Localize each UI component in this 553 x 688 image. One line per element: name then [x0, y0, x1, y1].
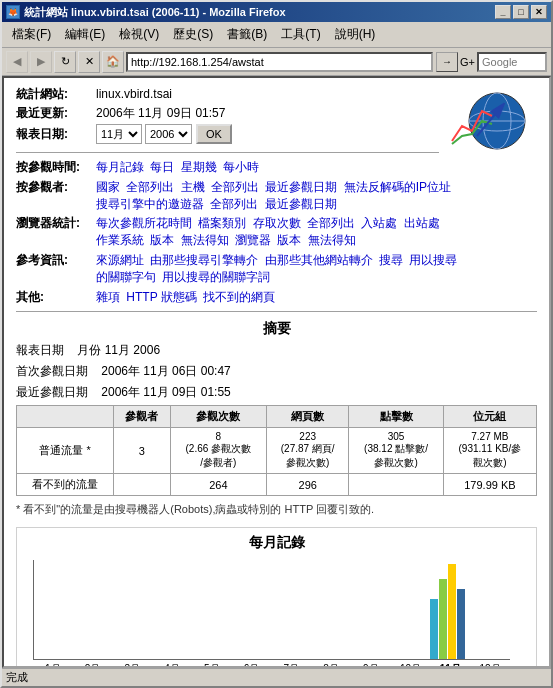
row-invisible-label: 看不到的流量 [17, 474, 114, 496]
stop-button[interactable]: ✕ [78, 51, 100, 73]
address-input[interactable] [126, 52, 433, 72]
link-search[interactable]: 搜尋 [379, 253, 403, 267]
updated-value: 2006年 11月 09日 01:57 [96, 105, 225, 122]
month-select[interactable]: 11月 [96, 124, 142, 144]
link-version-1[interactable]: 版本 [150, 233, 174, 247]
summary-table: 參觀者 參觀次數 網頁數 點擊數 位元組 普通流量 * 3 8(2.66 參觀次… [16, 405, 537, 496]
refresh-button[interactable]: ↻ [54, 51, 76, 73]
visitor-label: 按參觀者: [16, 179, 96, 213]
link-visit-time[interactable]: 每次參觀所花時間 [96, 216, 192, 230]
visitor-section: 按參觀者: 國家 全部列出 主機 全部列出 最近參觀日期 無法反解碼的IP位址 … [16, 179, 537, 213]
link-access[interactable]: 存取次數 [253, 216, 301, 230]
link-version-2[interactable]: 版本 [277, 233, 301, 247]
maximize-button[interactable]: □ [513, 5, 529, 19]
row-normal-pages: 223(27.87 網頁/參觀次數) [267, 428, 349, 474]
link-weekday[interactable]: 星期幾 [181, 160, 217, 174]
summary-date-row: 報表日期 月份 11月 2006 [16, 342, 537, 359]
link-all-out-2[interactable]: 全部列出 [211, 180, 259, 194]
link-all-out-4[interactable]: 全部列出 [307, 216, 355, 230]
link-http-status[interactable]: HTTP 狀態碼 [126, 290, 196, 304]
menu-view[interactable]: 檢視(V) [113, 24, 165, 45]
summary-first-label: 首次參觀日期 [16, 364, 88, 378]
link-related-2[interactable]: 用以搜尋的關聯字詞 [162, 270, 270, 284]
link-host[interactable]: 主機 [181, 180, 205, 194]
summary-last-label: 最近參觀日期 [16, 385, 88, 399]
summary-date-value: 月份 11月 2006 [77, 343, 160, 357]
divider-1 [16, 152, 439, 153]
menu-help[interactable]: 說明(H) [329, 24, 382, 45]
site-row: 統計網站: linux.vbird.tsai [16, 86, 439, 103]
minimize-button[interactable]: _ [495, 5, 511, 19]
status-text: 完成 [6, 670, 28, 685]
updated-row: 最近更新: 2006年 11月 09日 01:57 [16, 105, 439, 122]
col-header-bytes: 位元組 [443, 406, 536, 428]
menu-history[interactable]: 歷史(S) [167, 24, 219, 45]
link-search-bot[interactable]: 搜尋引擎中的邀遊器 [96, 197, 204, 211]
link-last-visit-2[interactable]: 最近參觀日期 [265, 197, 337, 211]
link-daily[interactable]: 每日 [150, 160, 174, 174]
link-exit[interactable]: 出站處 [404, 216, 440, 230]
link-use-search[interactable]: 用以搜尋 [409, 253, 457, 267]
time-label: 按參觀時間: [16, 159, 96, 176]
link-related-1[interactable]: 的關聯字句 [96, 270, 156, 284]
link-not-found[interactable]: 找不到的網頁 [203, 290, 275, 304]
link-file-type[interactable]: 檔案類別 [198, 216, 246, 230]
table-note: * 看不到"的流量是由搜尋機器人(Robots),病蟲或特別的 HTTP 回覆引… [16, 502, 537, 517]
content-area[interactable]: 統計網站: linux.vbird.tsai 最近更新: 2006年 11月 0… [2, 76, 551, 668]
summary-last-visit-row: 最近參觀日期 2006年 11月 09日 01:55 [16, 384, 537, 401]
year-select[interactable]: 2006 [145, 124, 192, 144]
chart-title: 每月記錄 [23, 534, 530, 552]
title-buttons[interactable]: _ □ ✕ [495, 5, 547, 19]
other-links: 雜項 HTTP 狀態碼 找不到的網頁 [96, 289, 537, 306]
link-last-visit[interactable]: 最近參觀日期 [265, 180, 337, 194]
browser-section: 瀏覽器統計: 每次參觀所花時間 檔案類別 存取次數 全部列出 入站處 出站處 作… [16, 215, 537, 249]
title-bar: 🦊 統計網站 linux.vbird.tsai (2006-11) - Mozi… [2, 2, 551, 22]
link-hourly[interactable]: 每小時 [223, 160, 259, 174]
link-unknown-2[interactable]: 無法得知 [308, 233, 356, 247]
link-unknown-1[interactable]: 無法得知 [181, 233, 229, 247]
table-row-invisible: 看不到的流量 264 296 179.99 KB [17, 474, 537, 496]
browser-label: 瀏覽器統計: [16, 215, 96, 249]
link-monthly[interactable]: 每月記錄 [96, 160, 144, 174]
col-header-hits: 點擊數 [349, 406, 444, 428]
status-bar: 完成 [2, 668, 551, 686]
search-label: G+ [460, 56, 475, 68]
home-button[interactable]: 🏠 [102, 51, 124, 73]
row-normal-label: 普通流量 * [17, 428, 114, 474]
summary-title: 摘要 [16, 320, 537, 338]
row-normal-hits: 305(38.12 點擊數/參觀次數) [349, 428, 444, 474]
summary-first-visit-row: 首次參觀日期 2006年 11月 06日 00:47 [16, 363, 537, 380]
visitor-links: 國家 全部列出 主機 全部列出 最近參觀日期 無法反解碼的IP位址 搜尋引擎中的… [96, 179, 537, 213]
search-bar: G+ [460, 52, 547, 72]
ok-button[interactable]: OK [196, 124, 232, 144]
go-button[interactable]: → [436, 52, 458, 72]
link-all-out-3[interactable]: 全部列出 [210, 197, 258, 211]
link-os[interactable]: 作業系統 [96, 233, 144, 247]
link-browser[interactable]: 瀏覽器 [235, 233, 271, 247]
table-header-row: 參觀者 參觀次數 網頁數 點擊數 位元組 [17, 406, 537, 428]
browser-icon: 🦊 [6, 5, 20, 19]
menu-tools[interactable]: 工具(T) [275, 24, 326, 45]
back-button[interactable]: ◀ [6, 51, 28, 73]
other-section: 其他: 雜項 HTTP 狀態碼 找不到的網頁 [16, 289, 537, 306]
search-input[interactable] [477, 52, 547, 72]
report-label: 報表日期: [16, 126, 96, 143]
menu-edit[interactable]: 編輯(E) [59, 24, 111, 45]
other-label: 其他: [16, 289, 96, 306]
site-label: 統計網站: [16, 86, 96, 103]
title-bar-left: 🦊 統計網站 linux.vbird.tsai (2006-11) - Mozi… [6, 5, 286, 20]
link-source[interactable]: 來源網址 [96, 253, 144, 267]
window-title: 統計網站 linux.vbird.tsai (2006-11) - Mozill… [24, 5, 286, 20]
close-button[interactable]: ✕ [531, 5, 547, 19]
link-all-out-1[interactable]: 全部列出 [126, 180, 174, 194]
link-unresolved[interactable]: 無法反解碼的IP位址 [344, 180, 451, 194]
link-other-sites[interactable]: 由那些其他網站轉介 [265, 253, 373, 267]
row-invisible-visits: 264 [170, 474, 267, 496]
link-country[interactable]: 國家 [96, 180, 120, 194]
forward-button[interactable]: ▶ [30, 51, 52, 73]
link-search-engine[interactable]: 由那些搜尋引擎轉介 [150, 253, 258, 267]
menu-bookmarks[interactable]: 書籤(B) [221, 24, 273, 45]
link-misc[interactable]: 雜項 [96, 290, 120, 304]
link-entry[interactable]: 入站處 [361, 216, 397, 230]
menu-file[interactable]: 檔案(F) [6, 24, 57, 45]
